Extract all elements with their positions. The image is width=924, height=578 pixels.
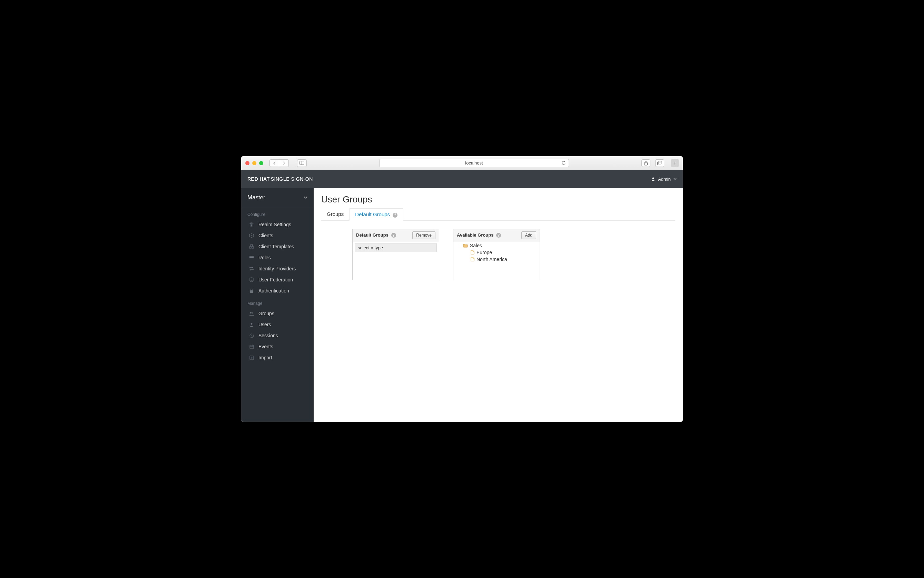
sliders-icon <box>249 222 254 227</box>
help-icon[interactable]: ? <box>391 233 396 238</box>
sidebar-item-label: Import <box>259 355 272 360</box>
database-icon <box>249 277 254 282</box>
sidebar-item-sessions[interactable]: Sessions <box>241 330 314 341</box>
default-groups-body: select a type <box>353 242 439 280</box>
list-icon <box>249 255 254 260</box>
default-groups-header: Default Groups ? Remove <box>353 229 439 242</box>
forward-button[interactable] <box>279 159 289 167</box>
url-text: localhost <box>465 160 483 166</box>
tree-node-label: North America <box>477 257 507 262</box>
sidebar-item-import[interactable]: Import <box>241 352 314 363</box>
chevron-down-icon <box>304 196 307 199</box>
sidebar-item-realm-settings[interactable]: Realm Settings <box>241 219 314 230</box>
sidebar-item-authentication[interactable]: Authentication <box>241 285 314 296</box>
tabs: Groups Default Groups ? <box>321 208 675 221</box>
svg-rect-21 <box>250 345 254 349</box>
tree-children: Europe North America <box>457 249 535 263</box>
sidebar-item-events[interactable]: Events <box>241 341 314 352</box>
remove-button[interactable]: Remove <box>412 231 436 239</box>
sidebar-item-label: Roles <box>259 255 271 260</box>
sidebar-toggle-button[interactable] <box>297 159 307 167</box>
default-groups-list[interactable] <box>355 252 437 278</box>
cube-icon <box>249 233 254 238</box>
close-window-button[interactable] <box>245 161 249 165</box>
svg-rect-16 <box>250 291 253 293</box>
tree-node-europe[interactable]: Europe <box>471 249 535 256</box>
url-bar[interactable]: localhost <box>379 159 569 167</box>
tree-node-north-america[interactable]: North America <box>471 256 535 263</box>
panels: Default Groups ? Remove select a type <box>321 229 675 280</box>
select-type-input[interactable]: select a type <box>355 244 437 252</box>
svg-point-19 <box>251 323 252 325</box>
panel-title: Available Groups <box>457 232 493 238</box>
user-menu[interactable]: Admin <box>651 177 677 182</box>
brand-bold: RED HAT <box>247 176 270 182</box>
svg-point-7 <box>251 225 252 226</box>
tab-groups[interactable]: Groups <box>321 208 349 220</box>
tabs-icon[interactable] <box>655 159 664 167</box>
folder-open-icon <box>463 244 468 248</box>
clock-icon <box>249 333 254 338</box>
app-header: RED HAT SINGLE SIGN-ON Admin <box>241 170 683 188</box>
browser-chrome: localhost + <box>241 156 683 170</box>
minimize-window-button[interactable] <box>252 161 256 165</box>
svg-point-15 <box>250 278 253 279</box>
sidebar-item-label: Client Templates <box>259 244 294 249</box>
tree-node-label: Sales <box>470 243 482 248</box>
available-groups-header: Available Groups ? Add <box>453 229 540 242</box>
help-icon[interactable]: ? <box>496 233 501 238</box>
svg-point-8 <box>252 224 254 224</box>
chevron-down-icon <box>673 178 677 180</box>
realm-name: Master <box>247 194 265 201</box>
sidebar-item-identity-providers[interactable]: Identity Providers <box>241 263 314 274</box>
sidebar: Master Configure Realm Settings Clients … <box>241 188 314 422</box>
back-button[interactable] <box>270 159 279 167</box>
tab-label: Groups <box>327 211 344 217</box>
maximize-window-button[interactable] <box>259 161 263 165</box>
svg-rect-9 <box>249 247 251 248</box>
refresh-icon[interactable] <box>561 161 566 165</box>
manage-section-label: Manage <box>241 296 314 308</box>
sidebar-item-client-templates[interactable]: Client Templates <box>241 241 314 252</box>
svg-rect-10 <box>252 247 254 248</box>
available-groups-tree: Sales Europe <box>453 242 540 263</box>
svg-rect-0 <box>300 161 304 165</box>
realm-selector[interactable]: Master <box>241 188 314 207</box>
sidebar-item-users[interactable]: Users <box>241 319 314 330</box>
svg-rect-11 <box>251 245 252 246</box>
svg-rect-3 <box>658 162 661 165</box>
group-icon <box>249 312 254 315</box>
svg-point-5 <box>652 178 654 179</box>
nav-buttons <box>270 159 289 167</box>
help-icon[interactable]: ? <box>393 213 397 218</box>
svg-point-17 <box>250 312 252 313</box>
chrome-right: + <box>641 159 679 167</box>
sidebar-item-label: User Federation <box>259 277 293 283</box>
app-body: Master Configure Realm Settings Clients … <box>241 188 683 422</box>
tree-node-sales[interactable]: Sales <box>457 242 535 249</box>
cubes-icon <box>249 244 254 249</box>
sidebar-item-label: Clients <box>259 233 273 238</box>
add-button[interactable]: Add <box>521 231 536 239</box>
exchange-icon <box>249 266 254 271</box>
svg-point-6 <box>250 223 251 224</box>
sidebar-item-groups[interactable]: Groups <box>241 308 314 319</box>
main-content: User Groups Groups Default Groups ? Defa… <box>314 188 683 422</box>
panel-title: Default Groups <box>356 232 389 238</box>
import-icon <box>249 356 254 360</box>
lock-icon <box>249 288 254 293</box>
brand-rest: SINGLE SIGN-ON <box>271 176 313 182</box>
sidebar-item-roles[interactable]: Roles <box>241 252 314 263</box>
configure-section-label: Configure <box>241 207 314 219</box>
tab-default-groups[interactable]: Default Groups ? <box>349 208 403 221</box>
file-icon <box>471 257 474 261</box>
sidebar-item-clients[interactable]: Clients <box>241 230 314 241</box>
page-title: User Groups <box>321 194 675 205</box>
user-label: Admin <box>658 177 671 182</box>
tab-label: Default Groups <box>355 211 390 217</box>
sidebar-item-label: Identity Providers <box>259 266 296 271</box>
new-tab-button[interactable]: + <box>671 159 679 167</box>
default-groups-panel: Default Groups ? Remove select a type <box>352 229 439 280</box>
share-icon[interactable] <box>641 159 651 167</box>
sidebar-item-user-federation[interactable]: User Federation <box>241 274 314 285</box>
